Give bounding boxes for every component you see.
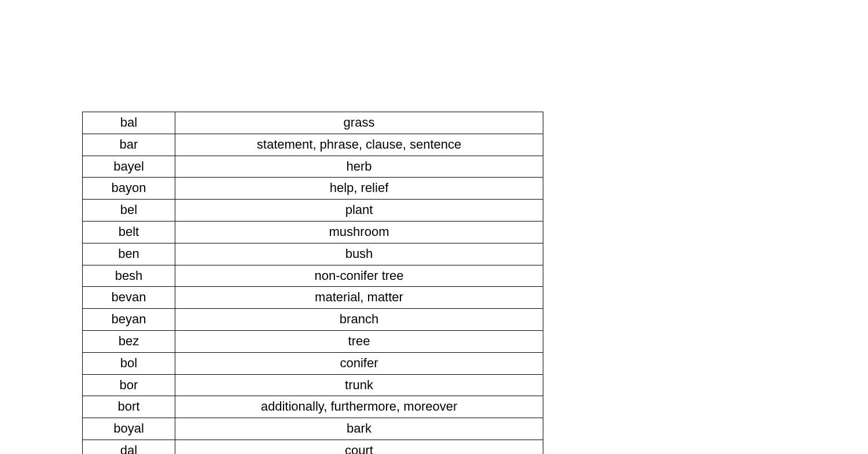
term-cell: boyal (83, 418, 175, 440)
table-row: dal court (83, 440, 543, 454)
term-cell: beyan (83, 309, 175, 331)
definition-cell: help, relief (175, 178, 543, 200)
definition-cell: non-conifer tree (175, 265, 543, 287)
term-cell: bar (83, 134, 175, 156)
table-row: boyal bark (83, 418, 543, 440)
term-cell: besh (83, 265, 175, 287)
table-row: beyan branch (83, 309, 543, 331)
definition-cell: additionally, furthermore, moreover (175, 396, 543, 418)
definition-cell: statement, phrase, clause, sentence (175, 134, 543, 156)
table-row: ben bush (83, 243, 543, 265)
definition-cell: tree (175, 330, 543, 352)
definition-cell: conifer (175, 352, 543, 374)
term-cell: belt (83, 221, 175, 243)
term-cell: dal (83, 440, 175, 454)
term-cell: bor (83, 374, 175, 396)
table-row: bayel herb (83, 156, 543, 178)
table-row: belt mushroom (83, 221, 543, 243)
term-cell: bez (83, 330, 175, 352)
term-cell: bol (83, 352, 175, 374)
table-row: bort additionally, furthermore, moreover (83, 396, 543, 418)
definition-cell: branch (175, 309, 543, 331)
term-cell: bayon (83, 178, 175, 200)
definition-cell: bark (175, 418, 543, 440)
table-row: bal grass (83, 112, 543, 134)
term-cell: ben (83, 243, 175, 265)
definition-cell: mushroom (175, 221, 543, 243)
term-cell: bal (83, 112, 175, 134)
table-row: bevan material, matter (83, 287, 543, 309)
definition-cell: trunk (175, 374, 543, 396)
definition-cell: court (175, 440, 543, 454)
table-row: bol conifer (83, 352, 543, 374)
term-cell: bevan (83, 287, 175, 309)
term-cell: bel (83, 200, 175, 222)
term-cell: bort (83, 396, 175, 418)
glossary-table: bal grass bar statement, phrase, clause,… (82, 112, 543, 454)
table-row: bel plant (83, 200, 543, 222)
definition-cell: bush (175, 243, 543, 265)
definition-cell: plant (175, 200, 543, 222)
document-page: bal grass bar statement, phrase, clause,… (82, 112, 543, 454)
definition-cell: grass (175, 112, 543, 134)
table-row: bar statement, phrase, clause, sentence (83, 134, 543, 156)
table-row: bor trunk (83, 374, 543, 396)
glossary-table-body: bal grass bar statement, phrase, clause,… (83, 112, 543, 455)
term-cell: bayel (83, 156, 175, 178)
table-row: bez tree (83, 330, 543, 352)
definition-cell: material, matter (175, 287, 543, 309)
table-row: bayon help, relief (83, 178, 543, 200)
definition-cell: herb (175, 156, 543, 178)
table-row: besh non-conifer tree (83, 265, 543, 287)
